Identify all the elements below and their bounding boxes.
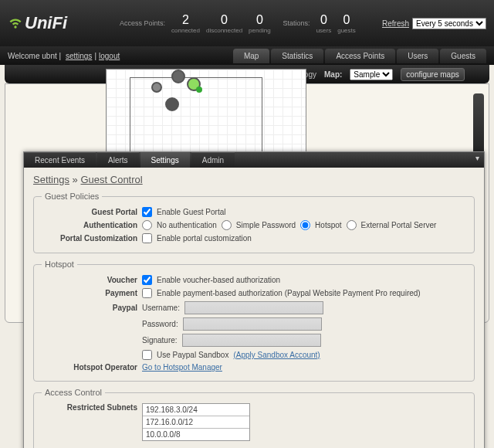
top-header: UniFi Access Points: 2connected 0disconn… xyxy=(0,0,494,46)
panel-tabs: Recent Events Alerts Settings Admin ▾ xyxy=(24,152,484,168)
welcome-text: Welcome ubnt xyxy=(8,52,57,60)
ap-pending-count: 0 xyxy=(249,13,270,27)
hotspot-manager-link[interactable]: Go to Hotspot Manager xyxy=(142,363,222,372)
auth-external-radio[interactable] xyxy=(347,220,357,230)
tab-map[interactable]: Map xyxy=(233,49,269,63)
hotspot-fieldset: Hotspot Voucher Enable voucher-based aut… xyxy=(33,260,475,382)
access-control-legend: Access Control xyxy=(42,388,105,397)
breadcrumb-page[interactable]: Guest Control xyxy=(80,174,142,185)
map-select[interactable]: Sample xyxy=(350,69,393,80)
paypal-label: Paypal xyxy=(42,304,142,312)
apply-sandbox-link[interactable]: (Apply Sandbox Account) xyxy=(233,351,320,359)
username-label: Username: xyxy=(142,304,180,312)
portal-customization-label: Portal Customization xyxy=(42,234,142,243)
guest-portal-checkbox[interactable] xyxy=(142,207,152,217)
voucher-checkbox[interactable] xyxy=(142,275,152,285)
tab-access-points[interactable]: Access Points xyxy=(325,49,395,63)
ap-label: Access Points: xyxy=(120,19,165,27)
panel-tab-admin[interactable]: Admin xyxy=(191,152,235,168)
ap-gear-icon[interactable] xyxy=(151,82,162,93)
panel-tab-recent-events[interactable]: Recent Events xyxy=(24,152,96,168)
tab-guests[interactable]: Guests xyxy=(440,49,486,63)
configure-maps-button[interactable]: configure maps xyxy=(401,68,464,81)
refresh-link[interactable]: Refresh xyxy=(382,19,409,28)
guest-policies-fieldset: Guest Policies Guest Portal Enable Guest… xyxy=(33,192,475,253)
portal-customization-checkbox[interactable] xyxy=(142,233,152,243)
payment-checkbox[interactable] xyxy=(142,288,152,298)
authentication-label: Authentication xyxy=(42,221,142,229)
sandbox-checkbox[interactable] xyxy=(142,350,152,360)
panel-collapse-icon[interactable]: ▾ xyxy=(471,152,484,168)
breadcrumb-root[interactable]: Settings xyxy=(33,174,69,185)
ap-marker-1[interactable] xyxy=(171,70,185,83)
access-control-fieldset: Access Control Restricted Subnets 192.16… xyxy=(33,388,475,448)
paypal-password-input[interactable] xyxy=(183,317,322,331)
breadcrumb: Settings » Guest Control xyxy=(33,174,475,185)
guest-portal-label: Guest Portal xyxy=(42,208,142,216)
tab-statistics[interactable]: Statistics xyxy=(271,49,323,63)
main-tabs: Map Statistics Access Points Users Guest… xyxy=(233,49,486,63)
auth-hotspot-radio[interactable] xyxy=(300,220,310,230)
paypal-username-input[interactable] xyxy=(184,301,323,314)
ap-connected-count: 2 xyxy=(171,13,200,27)
guests-count: 0 xyxy=(337,13,356,27)
signature-label: Signature: xyxy=(142,336,178,344)
map-label: Map: xyxy=(324,70,342,79)
logout-link[interactable]: logout xyxy=(99,52,120,60)
subnet-row[interactable]: 172.16.0.0/12 xyxy=(143,416,249,429)
panel-tab-settings[interactable]: Settings xyxy=(140,152,190,168)
subnet-row[interactable]: 10.0.0.0/8 xyxy=(143,429,249,440)
hotspot-operator-label: Hotspot Operator xyxy=(42,363,142,372)
settings-panel: Recent Events Alerts Settings Admin ▾ Se… xyxy=(23,151,485,448)
ap-disconnected-count: 0 xyxy=(206,13,242,27)
tab-users[interactable]: Users xyxy=(397,49,438,63)
stats-bar: Access Points: 2connected 0disconnected … xyxy=(113,13,362,34)
paypal-signature-input[interactable] xyxy=(182,334,321,347)
auth-none-radio[interactable] xyxy=(142,220,152,230)
subnet-row[interactable]: 192.168.3.0/24 xyxy=(143,404,249,416)
panel-tab-alerts[interactable]: Alerts xyxy=(97,152,139,168)
svg-point-0 xyxy=(14,25,16,28)
refresh-interval-select[interactable]: Every 5 seconds xyxy=(412,18,486,29)
password-label: Password: xyxy=(142,320,178,328)
hotspot-legend: Hotspot xyxy=(42,260,77,269)
restricted-subnets-label: Restricted Subnets xyxy=(42,403,142,412)
ap-marker-2[interactable] xyxy=(187,77,201,91)
wifi-icon xyxy=(8,15,23,31)
settings-link[interactable]: settings xyxy=(66,52,92,60)
restricted-subnets-list[interactable]: 192.168.3.0/24 172.16.0.0/12 10.0.0.0/8 xyxy=(142,403,250,441)
stations-label: Stations: xyxy=(283,19,310,27)
guest-policies-legend: Guest Policies xyxy=(42,192,102,201)
voucher-label: Voucher xyxy=(42,276,142,284)
welcome-row: Welcome ubnt | settings | logout Map Sta… xyxy=(0,46,494,65)
ap-marker-3[interactable] xyxy=(165,97,179,111)
auth-simple-radio[interactable] xyxy=(222,220,232,230)
brand-text: UniFi xyxy=(25,13,67,33)
brand-logo: UniFi xyxy=(8,13,67,33)
zoom-slider[interactable] xyxy=(473,93,484,155)
users-count: 0 xyxy=(316,13,332,27)
payment-label: Payment xyxy=(42,289,142,297)
